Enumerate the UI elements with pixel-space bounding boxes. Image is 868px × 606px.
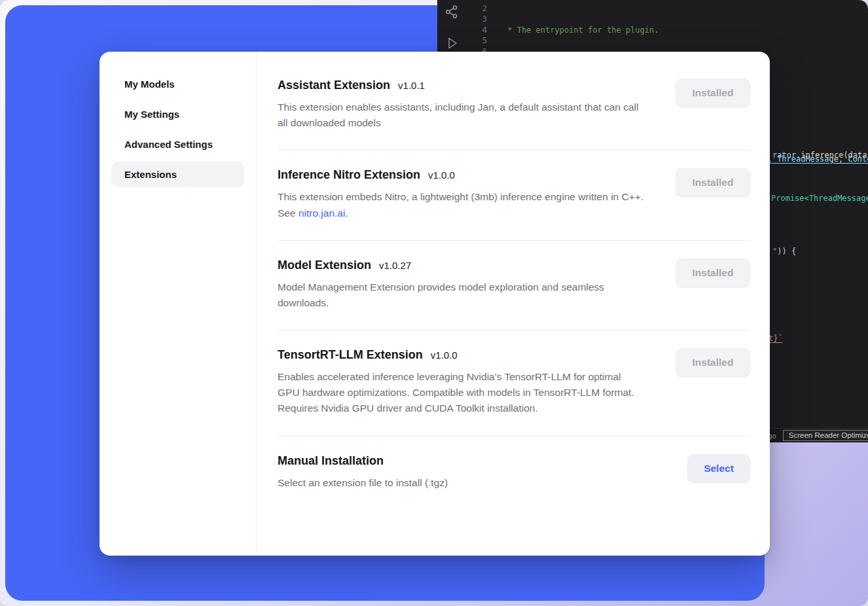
code-line-comment: * The entrypoint for the plugin. bbox=[503, 26, 659, 35]
screen-reader-status[interactable]: Screen Reader Optimized bbox=[783, 430, 868, 441]
code-fragment: Promise<ThreadMessage> bbox=[771, 194, 868, 203]
extension-row-tensorrt: TensortRT-LLM Extensionv1.0.0 Enables ac… bbox=[278, 330, 750, 437]
line-number: 3 bbox=[469, 14, 487, 24]
sidebar-item-my-settings[interactable]: My Settings bbox=[111, 101, 244, 127]
extension-title: Inference Nitro Extension bbox=[278, 168, 420, 181]
extension-version: v1.0.0 bbox=[431, 349, 458, 361]
extension-title: Model Extension bbox=[278, 258, 371, 272]
installed-button[interactable]: Installed bbox=[676, 79, 750, 107]
extension-version: v1.0.27 bbox=[379, 260, 411, 271]
extension-description: Model Management Extension provides mode… bbox=[278, 279, 644, 311]
sidebar-item-advanced-settings[interactable]: Advanced Settings bbox=[111, 132, 244, 157]
frag-template-end: t}` bbox=[769, 334, 783, 343]
extension-row-model: Model Extensionv1.0.27 Model Management … bbox=[278, 241, 750, 330]
source-control-icon[interactable] bbox=[444, 4, 461, 21]
extension-title: Assistant Extension bbox=[278, 79, 390, 92]
extension-description: Enables accelerated inference leveraging… bbox=[278, 369, 644, 417]
frag-var: rator. bbox=[772, 151, 801, 160]
sidebar-item-extensions[interactable]: Extensions bbox=[111, 162, 244, 187]
manual-installation-description: Select an extension file to install (.tg… bbox=[278, 475, 448, 491]
frag-rest: (data)); bbox=[843, 151, 868, 160]
frag-type: Promise<ThreadMessage> bbox=[771, 194, 868, 203]
line-numbers: 2 3 4 5 6 bbox=[469, 3, 487, 57]
extension-version: v1.0.0 bbox=[428, 169, 455, 181]
extension-description: This extension embeds Nitro, a lightweig… bbox=[278, 189, 644, 221]
settings-modal: My Models My Settings Advanced Settings … bbox=[99, 52, 770, 556]
code-fragment: rator.inference(data)); bbox=[772, 151, 868, 160]
extension-row-nitro: Inference Nitro Extensionv1.0.0 This ext… bbox=[278, 151, 750, 240]
code-fragment: t}` bbox=[769, 334, 783, 343]
activity-bar bbox=[444, 4, 461, 52]
line-number: 4 bbox=[469, 25, 487, 35]
nitro-link[interactable]: nitro.jan.ai. bbox=[298, 207, 348, 219]
extension-version: v1.0.1 bbox=[398, 80, 425, 91]
frag-fn: inference bbox=[801, 151, 843, 160]
manual-installation-row: Manual Installation Select an extension … bbox=[278, 437, 750, 510]
extension-description: This extension enables assistants, inclu… bbox=[278, 99, 644, 131]
line-number: 5 bbox=[469, 35, 487, 46]
installed-button[interactable]: Installed bbox=[676, 348, 750, 377]
code-fragment: ")) { bbox=[772, 247, 796, 256]
line-number: 2 bbox=[469, 3, 487, 14]
settings-sidebar: My Models My Settings Advanced Settings … bbox=[99, 52, 257, 556]
manual-installation-title: Manual Installation bbox=[278, 454, 384, 467]
select-file-button[interactable]: Select bbox=[687, 454, 750, 483]
run-debug-icon[interactable] bbox=[444, 35, 461, 52]
extension-row-assistant: Assistant Extensionv1.0.1 This extension… bbox=[278, 61, 750, 151]
app-window: 2 3 4 5 6 * The entrypoint for the plugi… bbox=[0, 0, 868, 606]
extension-title: TensortRT-LLM Extension bbox=[278, 348, 423, 361]
extensions-list: Assistant Extensionv1.0.1 This extension… bbox=[257, 52, 770, 556]
installed-button[interactable]: Installed bbox=[676, 258, 750, 287]
frag-rest: )) { bbox=[777, 247, 796, 256]
installed-button[interactable]: Installed bbox=[676, 168, 750, 197]
sidebar-item-my-models[interactable]: My Models bbox=[111, 71, 244, 97]
